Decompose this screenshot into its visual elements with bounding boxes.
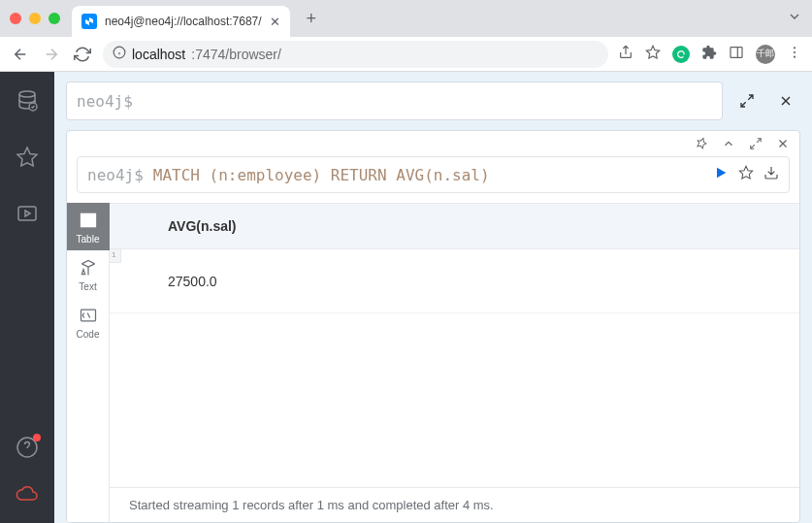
extensions-icon[interactable]: [701, 45, 717, 64]
viewmode-label: Code: [77, 329, 100, 340]
share-icon[interactable]: [618, 45, 633, 64]
frame-query-text[interactable]: MATCH (n:employee) RETURN AVG(n.sal): [153, 166, 703, 184]
browser-chrome: neo4j@neo4j://localhost:7687/ ✕ + localh…: [0, 0, 812, 72]
window-controls: [10, 13, 60, 24]
frame-controls: [67, 131, 799, 156]
sidebar-favorites-icon[interactable]: [16, 146, 39, 173]
viewmode-table[interactable]: Table: [67, 203, 110, 250]
svg-rect-23: [81, 213, 95, 226]
tab-strip: neo4j@neo4j://localhost:7687/ ✕ +: [0, 0, 812, 37]
svg-point-6: [794, 47, 796, 49]
table-empty-space: [110, 313, 799, 487]
viewmode-label: Text: [79, 281, 96, 292]
cypher-editor[interactable]: neo4j$: [66, 82, 723, 120]
toolbar-actions: 千郎: [618, 45, 802, 64]
notification-dot-icon: [33, 434, 41, 441]
window-close-button[interactable]: [10, 13, 21, 24]
neo4j-browser-app: neo4j$ neo4j$ MATCH: [0, 72, 812, 523]
browser-toolbar: localhost:7474/browser/ 千郎: [0, 37, 812, 72]
main-panel: neo4j$ neo4j$ MATCH: [54, 72, 812, 523]
window-maximize-button[interactable]: [49, 13, 60, 24]
reload-button[interactable]: [72, 46, 93, 63]
editor-row: neo4j$: [66, 82, 800, 120]
result-table: AVG(n.sal) 1 27500.0 Started streaming 1…: [110, 203, 799, 522]
export-query-icon[interactable]: [763, 165, 779, 184]
svg-point-7: [794, 50, 796, 52]
viewmode-label: Table: [77, 234, 100, 245]
table-row: 1 27500.0: [110, 249, 799, 313]
extension-grammarly-icon[interactable]: [672, 46, 690, 63]
url-path: :7474/browser/: [191, 47, 281, 62]
svg-rect-4: [731, 47, 742, 57]
svg-marker-21: [717, 168, 726, 179]
site-info-icon[interactable]: [113, 46, 126, 62]
back-button[interactable]: [10, 46, 31, 63]
svg-marker-11: [17, 147, 37, 166]
favorite-query-icon[interactable]: [738, 165, 754, 184]
table-header: AVG(n.sal): [110, 203, 799, 249]
svg-point-8: [794, 55, 796, 57]
url-host: localhost: [132, 47, 185, 62]
result-frame: neo4j$ MATCH (n:employee) RETURN AVG(n.s…: [66, 130, 800, 523]
tab-overflow-button[interactable]: [787, 9, 802, 28]
sidebar-help-icon[interactable]: [16, 436, 39, 463]
browser-menu-icon[interactable]: [787, 45, 802, 64]
sidebar-database-icon[interactable]: [16, 89, 39, 116]
frame-prompt: neo4j$: [87, 166, 144, 184]
viewmode-text[interactable]: Text: [67, 250, 110, 298]
svg-marker-13: [25, 211, 30, 216]
collapse-frame-icon[interactable]: [722, 137, 735, 154]
pin-frame-icon[interactable]: [695, 137, 708, 154]
tab-close-icon[interactable]: ✕: [270, 15, 280, 29]
svg-marker-22: [739, 166, 752, 179]
forward-button[interactable]: [41, 46, 62, 63]
frame-body: Table Text Code AVG(n.sal): [67, 203, 799, 522]
column-header: AVG(n.sal): [168, 218, 237, 234]
row-number: 1: [110, 249, 121, 263]
editor-prompt: neo4j$: [77, 92, 133, 111]
profile-avatar[interactable]: 千郎: [756, 45, 775, 64]
browser-tab[interactable]: neo4j@neo4j://localhost:7687/ ✕: [72, 6, 290, 37]
sidebar-cloud-icon[interactable]: [16, 482, 39, 509]
close-editor-icon[interactable]: [771, 86, 800, 115]
bookmark-star-icon[interactable]: [645, 45, 661, 64]
fullscreen-frame-icon[interactable]: [749, 137, 763, 154]
app-sidebar: [0, 72, 54, 523]
svg-marker-3: [646, 46, 659, 58]
status-bar: Started streaming 1 records after 1 ms a…: [110, 487, 799, 522]
frame-query: neo4j$ MATCH (n:employee) RETURN AVG(n.s…: [77, 156, 790, 193]
address-bar[interactable]: localhost:7474/browser/: [103, 41, 608, 68]
tab-favicon-icon: [81, 14, 97, 29]
viewmode-rail: Table Text Code: [67, 203, 110, 522]
window-minimize-button[interactable]: [29, 13, 41, 24]
viewmode-code[interactable]: Code: [67, 298, 110, 345]
cell-value: 27500.0: [168, 274, 217, 289]
sidebar-guides-icon[interactable]: [16, 202, 39, 229]
close-frame-icon[interactable]: [776, 137, 790, 154]
sidepanel-icon[interactable]: [729, 45, 744, 64]
new-tab-button[interactable]: +: [298, 5, 325, 32]
svg-rect-12: [18, 207, 36, 220]
svg-point-9: [19, 91, 35, 97]
rerun-query-icon[interactable]: [713, 165, 729, 184]
tab-title: neo4j@neo4j://localhost:7687/: [105, 15, 262, 28]
expand-editor-icon[interactable]: [732, 86, 762, 115]
